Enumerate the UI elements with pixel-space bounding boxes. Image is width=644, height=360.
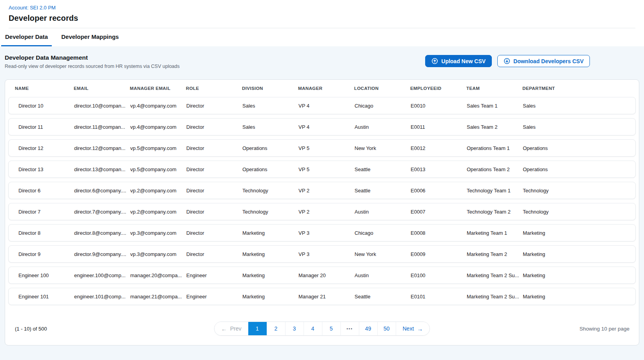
table-row[interactable]: Director 7director.7@company....vp.2@com… — [8, 203, 636, 220]
download-icon — [504, 58, 510, 64]
table-cell: Operations — [523, 145, 631, 151]
account-link[interactable]: Account: SEI 2.0 PM — [9, 5, 56, 11]
table-row[interactable]: Director 10director.10@compan...vp.4@com… — [8, 97, 636, 114]
page-button-4[interactable]: 4 — [304, 322, 322, 335]
table-cell: Director 7 — [18, 209, 74, 215]
table-cell: Sales — [523, 103, 631, 109]
download-csv-button[interactable]: Download Developers CSV — [497, 55, 590, 67]
section-subtitle: Read-only view of developer records sour… — [5, 64, 180, 69]
table-cell: Director — [186, 251, 242, 257]
page-button-3[interactable]: 3 — [285, 322, 304, 335]
table-cell: director.11@compan... — [74, 124, 130, 130]
table-row[interactable]: Director 12director.12@compan...vp.5@com… — [8, 139, 636, 157]
table-cell: Engineer 101 — [18, 294, 74, 300]
column-header: MANAGER EMAIL — [130, 86, 186, 91]
next-label: Next — [403, 325, 414, 332]
table-cell: E0101 — [411, 294, 467, 300]
table-cell: Operations Team 1 — [467, 145, 523, 151]
next-page-button[interactable]: Next → — [396, 322, 430, 335]
table-cell: E0013 — [411, 166, 467, 172]
section-title: Developer Data Management — [5, 54, 180, 61]
table-cell: Technology Team 2 — [467, 209, 523, 215]
table-cell: Austin — [355, 124, 411, 130]
table-cell: Engineer — [186, 294, 242, 300]
page-button-5[interactable]: 5 — [322, 322, 340, 335]
table-cell: E0010 — [411, 103, 467, 109]
table-cell: VP 5 — [298, 145, 355, 151]
table-cell: vp.2@company.com — [130, 188, 186, 194]
arrow-right-icon: → — [417, 326, 423, 332]
prev-page-button[interactable]: ← Prev — [215, 322, 248, 335]
table-cell: Manager 20 — [298, 272, 355, 278]
table-cell: engineer.101@comp... — [74, 294, 130, 300]
table-row[interactable]: Director 11director.11@compan...vp.4@com… — [8, 118, 636, 135]
column-header: EMPLOYEEID — [410, 86, 466, 91]
table-cell: director.10@compan... — [74, 103, 130, 109]
table-cell: Marketing — [523, 251, 631, 257]
table-cell: manager.20@compa... — [130, 272, 186, 278]
table-cell: Marketing — [242, 230, 298, 236]
table-cell: VP 2 — [298, 209, 355, 215]
table-row[interactable]: Engineer 100engineer.100@comp...manager.… — [8, 267, 636, 284]
panel-header: Developer Data Management Read-only view… — [5, 54, 639, 69]
table-cell: Engineer — [186, 272, 242, 278]
page-button-50[interactable]: 50 — [377, 322, 396, 335]
tab-developer-data[interactable]: Developer Data — [1, 28, 52, 46]
table-row[interactable]: Director 9director.9@company....vp.3@com… — [8, 245, 636, 263]
column-header: MANAGER — [298, 86, 354, 91]
table-cell: Director 13 — [18, 166, 74, 172]
table-cell: Marketing — [523, 230, 631, 236]
table-cell: Marketing Team 2 Su... — [467, 272, 523, 278]
tab-developer-mappings[interactable]: Developer Mappings — [57, 28, 123, 46]
upload-csv-label: Upload New CSV — [441, 58, 486, 64]
column-header: ROLE — [186, 86, 242, 91]
table-cell: director.9@company.... — [74, 251, 130, 257]
page-button-49[interactable]: 49 — [359, 322, 377, 335]
table-cell: Director 10 — [18, 103, 74, 109]
table-cell: vp.2@company.com — [130, 209, 186, 215]
table-cell: Director 6 — [18, 188, 74, 194]
table-cell: vp.3@company.com — [130, 251, 186, 257]
table-cell: VP 2 — [298, 188, 355, 194]
table-row[interactable]: Director 6director.6@company....vp.2@com… — [8, 182, 636, 199]
result-range-text: (1 - 10) of 500 — [15, 326, 47, 332]
page-button-1[interactable]: 1 — [248, 322, 267, 335]
table-cell: Director — [186, 188, 242, 194]
column-header: TEAM — [466, 86, 522, 91]
table-cell: Marketing — [242, 272, 298, 278]
table-cell: Seattle — [355, 166, 411, 172]
table-cell: vp.5@company.com — [130, 166, 186, 172]
table-row[interactable]: Director 13director.13@compan...vp.5@com… — [8, 161, 636, 178]
table-cell: Technology — [242, 188, 298, 194]
table-row[interactable]: Engineer 101engineer.101@comp...manager.… — [8, 288, 636, 305]
table-cell: Marketing Team 1 — [467, 230, 523, 236]
table-cell: E0008 — [411, 230, 467, 236]
table-cell: Director — [186, 230, 242, 236]
table-cell: Chicago — [355, 103, 411, 109]
table-cell: Seattle — [355, 294, 411, 300]
page-button-2[interactable]: 2 — [267, 322, 285, 335]
table-cell: Technology — [523, 209, 631, 215]
table-cell: Director 8 — [18, 230, 74, 236]
table-cell: Operations — [523, 166, 631, 172]
table-header-row: NAMEEMAILMANAGER EMAILROLEDIVISIONMANAGE… — [8, 80, 636, 97]
table-cell: vp.4@company.com — [130, 103, 186, 109]
upload-icon — [431, 58, 438, 64]
column-header: LOCATION — [354, 86, 410, 91]
table-cell: Technology — [523, 188, 631, 194]
table-cell: Technology — [242, 209, 298, 215]
section-titles: Developer Data Management Read-only view… — [5, 54, 180, 69]
column-header: NAME — [15, 86, 74, 91]
table-row[interactable]: Director 8director.8@company....vp.3@com… — [8, 224, 636, 241]
developer-table-card: NAMEEMAILMANAGER EMAILROLEDIVISIONMANAGE… — [5, 79, 639, 345]
table-cell: engineer.100@comp... — [74, 272, 130, 278]
table-cell: Sales — [242, 124, 298, 130]
table-cell: Operations — [242, 145, 298, 151]
table-cell: Sales Team 1 — [467, 103, 523, 109]
table-cell: Director 9 — [18, 251, 74, 257]
table-cell: Director 12 — [18, 145, 74, 151]
table-cell: director.7@company.... — [74, 209, 130, 215]
upload-csv-button[interactable]: Upload New CSV — [425, 55, 492, 67]
table-cell: Operations Team 2 — [467, 166, 523, 172]
table-cell: Marketing Team 2 — [467, 251, 523, 257]
